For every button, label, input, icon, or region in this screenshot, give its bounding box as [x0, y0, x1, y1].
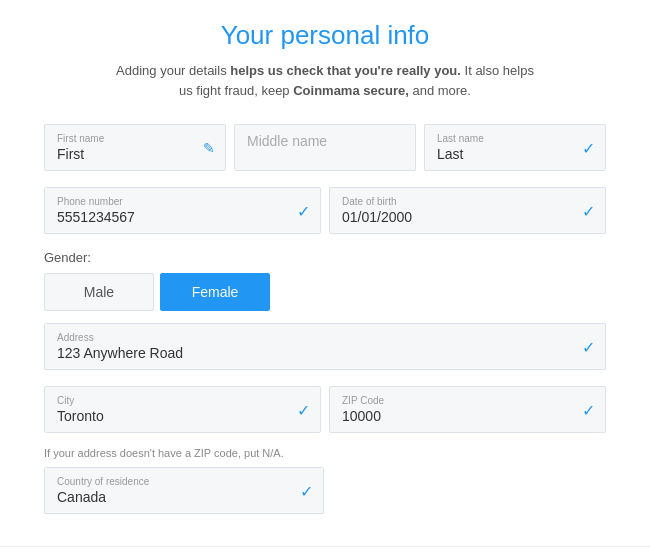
gender-label: Gender:: [44, 250, 606, 265]
country-row: Country of residence Canada ✓: [40, 463, 610, 518]
form-area: First name First ✎ Middle name Last name…: [40, 120, 610, 526]
subtitle-bold-1: helps us check that you're really you.: [230, 63, 461, 78]
phone-value: 5551234567: [57, 209, 288, 225]
gender-buttons: Male Female: [44, 273, 606, 311]
dob-value: 01/01/2000: [342, 209, 573, 225]
first-name-field[interactable]: First name First ✎: [44, 124, 226, 171]
address-row: Address 123 Anywhere Road ✓: [40, 319, 610, 374]
zip-label: ZIP Code: [342, 395, 573, 406]
subtitle-text-1: Adding your details: [116, 63, 230, 78]
first-name-value: First: [57, 146, 193, 162]
male-button[interactable]: Male: [44, 273, 154, 311]
page-container: Your personal info Adding your details h…: [0, 0, 650, 556]
name-row: First name First ✎ Middle name Last name…: [40, 120, 610, 175]
phone-label: Phone number: [57, 196, 288, 207]
address-field[interactable]: Address 123 Anywhere Road ✓: [44, 323, 606, 370]
address-value: 123 Anywhere Road: [57, 345, 573, 361]
last-name-value: Last: [437, 146, 573, 162]
address-label: Address: [57, 332, 573, 343]
city-check-icon: ✓: [297, 400, 310, 419]
bottom-bar: Next: [0, 546, 650, 556]
zip-hint: If your address doesn't have a ZIP code,…: [44, 447, 606, 459]
city-field[interactable]: City Toronto ✓: [44, 386, 321, 433]
zip-field[interactable]: ZIP Code 10000 ✓: [329, 386, 606, 433]
dob-field[interactable]: Date of birth 01/01/2000 ✓: [329, 187, 606, 234]
edit-icon: ✎: [203, 140, 215, 156]
phone-field[interactable]: Phone number 5551234567 ✓: [44, 187, 321, 234]
phone-dob-row: Phone number 5551234567 ✓ Date of birth …: [40, 183, 610, 238]
address-check-icon: ✓: [582, 337, 595, 356]
phone-check-icon: ✓: [297, 201, 310, 220]
country-label: Country of residence: [57, 476, 291, 487]
first-name-label: First name: [57, 133, 193, 144]
middle-name-field[interactable]: Middle name: [234, 124, 416, 171]
city-zip-row: City Toronto ✓ ZIP Code 10000 ✓: [40, 382, 610, 437]
subtitle-text-3: and more.: [409, 83, 471, 98]
gender-section: Gender: Male Female: [44, 250, 606, 311]
last-name-check-icon: ✓: [582, 138, 595, 157]
city-label: City: [57, 395, 288, 406]
female-button[interactable]: Female: [160, 273, 270, 311]
page-title: Your personal info: [221, 20, 430, 51]
country-field[interactable]: Country of residence Canada ✓: [44, 467, 324, 514]
middle-name-placeholder: Middle name: [247, 133, 383, 149]
zip-value: 10000: [342, 408, 573, 424]
last-name-field[interactable]: Last name Last ✓: [424, 124, 606, 171]
dob-check-icon: ✓: [582, 201, 595, 220]
last-name-label: Last name: [437, 133, 573, 144]
dob-label: Date of birth: [342, 196, 573, 207]
country-value: Canada: [57, 489, 291, 505]
city-value: Toronto: [57, 408, 288, 424]
zip-check-icon: ✓: [582, 400, 595, 419]
page-subtitle: Adding your details helps us check that …: [115, 61, 535, 100]
country-check-icon: ✓: [300, 481, 313, 500]
subtitle-bold-2: Coinmama secure,: [293, 83, 409, 98]
